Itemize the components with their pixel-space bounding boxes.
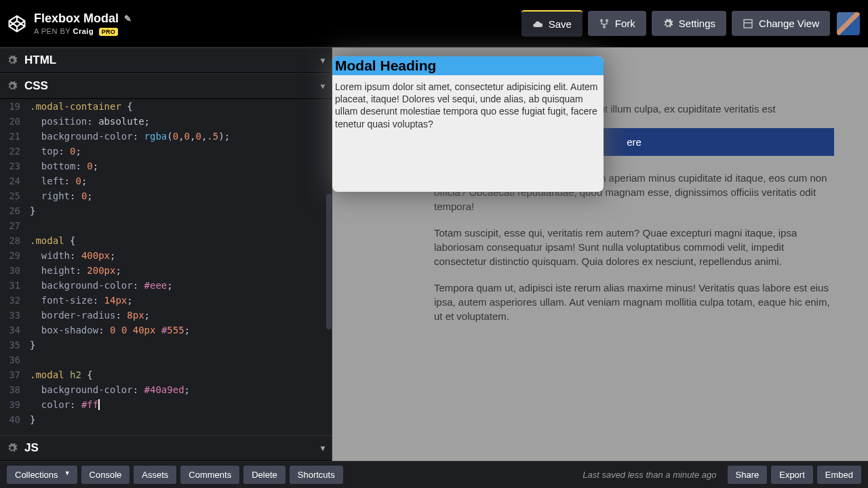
- cloud-icon: [532, 19, 543, 30]
- pen-title[interactable]: Flexbox Modal: [34, 12, 119, 26]
- editor-column: HTML ▾ CSS ▾ 192021222324252627282930313…: [0, 47, 332, 461]
- fork-icon: [599, 18, 610, 29]
- embed-button[interactable]: Embed: [817, 466, 861, 484]
- save-button[interactable]: Save: [521, 10, 583, 37]
- css-panel-header[interactable]: CSS ▾: [0, 73, 332, 99]
- codepen-logo-icon: [8, 15, 26, 33]
- html-panel-title: HTML: [24, 54, 56, 67]
- main-area: HTML ▾ CSS ▾ 192021222324252627282930313…: [0, 47, 868, 461]
- shortcuts-button[interactable]: Shortcuts: [290, 466, 343, 484]
- app-header: Flexbox Modal ✎ A PEN BY Craig PRO Save …: [0, 0, 868, 47]
- pen-author[interactable]: Craig: [73, 27, 94, 35]
- app-footer: Collections Console Assets Comments Dele…: [0, 461, 868, 488]
- code-body[interactable]: .modal-container { position: absolute; b…: [30, 99, 332, 427]
- pen-title-block: Flexbox Modal ✎ A PEN BY Craig PRO: [34, 12, 132, 35]
- chevron-down-icon[interactable]: ▾: [321, 81, 325, 91]
- delete-button[interactable]: Delete: [243, 466, 285, 484]
- save-status: Last saved less than a minute ago: [583, 470, 716, 480]
- chevron-down-icon[interactable]: ▾: [321, 443, 325, 453]
- chevron-down-icon[interactable]: ▾: [321, 56, 325, 65]
- fork-button[interactable]: Fork: [588, 11, 646, 36]
- html-panel-header[interactable]: HTML ▾: [0, 47, 332, 73]
- gear-icon[interactable]: [7, 443, 18, 453]
- gear-icon: [663, 18, 673, 29]
- modal-preview: Modal Heading Lorem ipsum dolor sit amet…: [332, 56, 604, 192]
- preview-paragraph: Totam suscipit, esse qui, veritatis rem …: [434, 226, 834, 268]
- svg-rect-0: [744, 20, 752, 28]
- scrollbar-thumb[interactable]: [326, 194, 332, 329]
- preview-pane: ipisicing elit. Non cumque expedita aut …: [332, 47, 868, 461]
- comments-button[interactable]: Comments: [180, 466, 239, 484]
- modal-heading: Modal Heading: [332, 56, 604, 75]
- js-panel-header[interactable]: JS ▾: [0, 435, 332, 461]
- gear-icon[interactable]: [7, 81, 18, 92]
- preview-paragraph: Tempora quam ut, adipisci iste rerum ali…: [434, 281, 834, 323]
- export-button[interactable]: Export: [771, 466, 813, 484]
- share-button[interactable]: Share: [728, 466, 768, 484]
- user-avatar[interactable]: [837, 12, 860, 35]
- js-panel-title: JS: [24, 441, 39, 455]
- line-gutter: 1920212223242526272829303132333435363738…: [0, 99, 24, 427]
- css-code-editor[interactable]: 1920212223242526272829303132333435363738…: [0, 99, 332, 435]
- collections-button[interactable]: Collections: [7, 466, 77, 484]
- console-button[interactable]: Console: [81, 466, 130, 484]
- byline-prefix: A PEN BY: [34, 27, 73, 35]
- css-panel-title: CSS: [24, 79, 48, 93]
- gear-icon[interactable]: [7, 55, 18, 66]
- assets-button[interactable]: Assets: [134, 466, 176, 484]
- edit-title-icon[interactable]: ✎: [124, 14, 132, 24]
- settings-button[interactable]: Settings: [652, 11, 726, 36]
- layout-icon: [743, 18, 753, 29]
- pro-badge: PRO: [99, 28, 118, 36]
- change-view-button[interactable]: Change View: [732, 11, 830, 36]
- modal-body: Lorem ipsum dolor sit amet, consectetur …: [332, 75, 604, 130]
